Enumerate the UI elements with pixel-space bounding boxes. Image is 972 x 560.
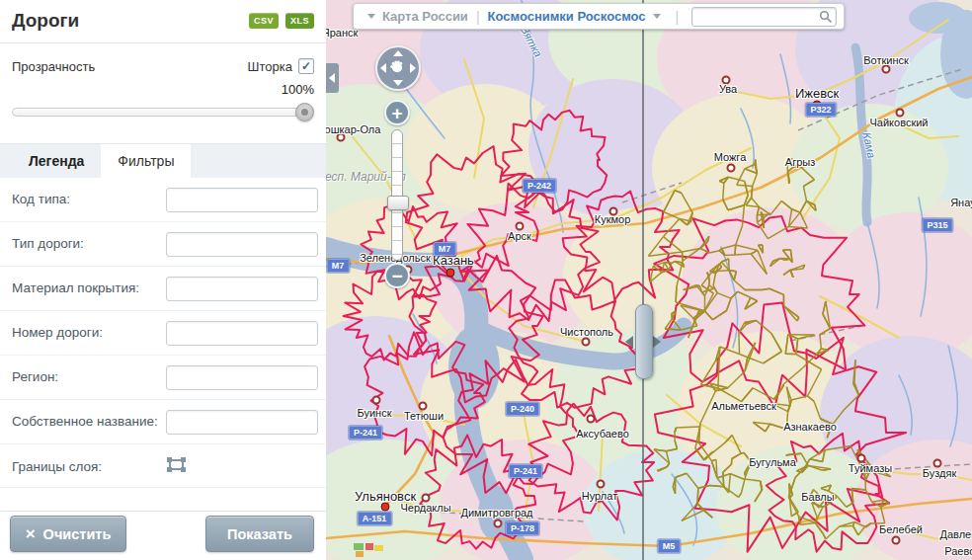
map-city-label: Агрыз [785, 156, 815, 168]
overlay-layer-selector[interactable]: Космоснимки Роскосмос [488, 9, 646, 24]
map-city-dot [494, 520, 503, 528]
map-city-label: Давлеканово [940, 528, 972, 540]
filter-row-region: Регион: [0, 356, 326, 400]
pan-down-icon[interactable] [393, 80, 403, 86]
map-city-dot [582, 338, 591, 347]
clear-x-icon: × [26, 525, 36, 542]
map-city-label: Арск [508, 230, 531, 242]
base-layer-selector[interactable]: Карта России [382, 9, 468, 24]
filter-row-road-type: Тип дороги: [0, 222, 326, 267]
map-road-badge: А-151 [358, 512, 392, 525]
draw-bounds-polygon-icon[interactable] [167, 457, 186, 475]
page-title: Дороги [12, 10, 79, 32]
show-button[interactable]: Показать [205, 516, 314, 552]
map-road-badge: Р-178 [506, 521, 539, 535]
filter-label: Тип дороги: [12, 232, 84, 253]
filter-label: Собственное название: [12, 410, 158, 431]
map-city-label: Йошкар-Ола [326, 123, 380, 135]
chevron-down-icon[interactable] [653, 14, 661, 19]
filter-row-type-code: Код типа: [0, 178, 326, 222]
map-city-label: Чердаклы [400, 502, 450, 514]
map-road-badge: М7 [434, 242, 456, 256]
map-city-dot [372, 396, 381, 405]
map-city-label: Раевский [944, 545, 972, 557]
transparency-slider[interactable] [12, 102, 314, 121]
map-city-label: Аксубаево [576, 428, 629, 440]
curtain-arrow-right-icon [653, 336, 661, 348]
clear-button-label: Очистить [43, 526, 112, 542]
map-city-label: Бавлы [801, 491, 834, 503]
export-xls-button[interactable]: XLS [285, 13, 314, 29]
map-city-label: Альметьевск [711, 400, 776, 412]
curtain-checkbox[interactable] [298, 58, 314, 74]
map-city-label: Белебей [879, 523, 923, 535]
pan-left-icon[interactable] [380, 63, 386, 73]
divider: | [676, 9, 680, 25]
region-input[interactable] [166, 365, 318, 390]
filter-row-surface-material: Материал покрытия: [0, 267, 326, 311]
map-road-badge: М7 [327, 259, 350, 273]
transparency-section: Прозрачность Шторка 100% [0, 43, 326, 137]
own-name-input[interactable] [166, 410, 318, 435]
map-road-badge: Р315 [922, 218, 952, 232]
map-search-box [691, 7, 837, 27]
zoom-slider-handle[interactable] [387, 196, 409, 210]
map-city-dot [727, 164, 736, 173]
map-city-dot [446, 269, 455, 278]
curtain-divider-handle[interactable] [635, 304, 653, 379]
map-search-input[interactable] [694, 8, 820, 28]
map-road-badge: Р-241 [509, 464, 542, 478]
collapse-panel-button[interactable] [326, 63, 339, 93]
zoom-in-button[interactable]: + [384, 100, 410, 125]
map-city-label: Можга [714, 151, 747, 163]
map-canvas[interactable]: + − Карта России | Космоснимки Роскосмос… [326, 0, 972, 560]
map-city-label: Чайковский [870, 117, 929, 128]
map-city-label: Азнакаево [783, 421, 837, 433]
curtain-arrow-left-icon [625, 336, 633, 348]
map-city-dot [587, 415, 596, 424]
surface-material-input[interactable] [166, 277, 318, 301]
transparency-value: 100% [12, 82, 314, 97]
slider-track[interactable] [12, 108, 305, 117]
filter-row-own-name: Собственное название: [0, 400, 326, 444]
panel-header: Дороги CSV XLS [0, 0, 326, 43]
map-city-label: Буздяк [923, 467, 956, 479]
search-icon[interactable] [819, 10, 833, 24]
tab-legend[interactable]: Легенда [12, 144, 101, 178]
tab-filters[interactable]: Фильтры [101, 144, 191, 178]
filter-label: Материал покрытия: [12, 277, 139, 297]
pan-up-icon[interactable] [393, 50, 403, 56]
road-type-input[interactable] [166, 232, 318, 257]
map-topbar: Карта России | Космоснимки Роскосмос | [353, 3, 845, 30]
map-road-badge: Р-242 [523, 179, 556, 193]
map-city-label: Буинск [357, 407, 391, 419]
map-road-badge: Р322 [805, 103, 836, 117]
roads-panel: Дороги CSV XLS Прозрачность Шторка 100% … [0, 0, 326, 560]
map-city-label: Нурлат [582, 490, 617, 502]
clear-button[interactable]: × Очистить [10, 516, 126, 552]
map-city-label: Димитровград [460, 507, 532, 519]
curtain-divider-line [642, 0, 644, 560]
panel-footer: × Очистить Показать [0, 511, 326, 560]
type-code-input[interactable] [166, 188, 318, 212]
road-number-input[interactable] [166, 321, 318, 346]
map-city-label: Бугульма [749, 456, 796, 468]
map-city-dot [597, 480, 606, 489]
filter-row-road-number: Номер дороги: [0, 311, 326, 356]
map-pan-control[interactable] [375, 45, 421, 91]
map-city-label: Кукмор [595, 213, 631, 225]
chevron-down-icon[interactable] [367, 14, 375, 19]
map-city-label: Воткинск [863, 54, 909, 66]
roads-gis-app: Дороги CSV XLS Прозрачность Шторка 100% … [0, 0, 972, 560]
hand-icon [388, 57, 406, 79]
map-city-label: Ижевск [795, 86, 839, 101]
pan-right-icon[interactable] [410, 63, 416, 73]
zoom-out-button[interactable]: − [384, 263, 410, 288]
map-city-label: Чистополь [560, 326, 613, 338]
slider-thumb[interactable] [295, 103, 314, 121]
map-road-badge: М5 [658, 539, 681, 553]
export-csv-button[interactable]: CSV [249, 13, 279, 29]
zoom-slider[interactable] [391, 129, 403, 261]
divider: | [476, 9, 480, 25]
map-road-badge: Р-241 [349, 426, 382, 440]
